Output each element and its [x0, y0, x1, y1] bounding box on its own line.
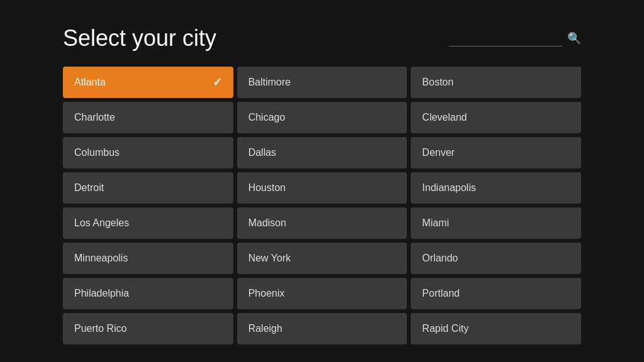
city-label: Boston: [422, 77, 453, 88]
city-item-madison[interactable]: Madison: [237, 207, 408, 239]
city-item-boston[interactable]: Boston: [411, 67, 581, 98]
city-label: Charlotte: [74, 112, 115, 123]
city-label: Detroit: [74, 182, 104, 194]
page-title: Select your city: [63, 25, 216, 52]
city-label: Portland: [422, 288, 460, 299]
search-icon[interactable]: 🔍: [567, 31, 581, 45]
city-label: Phoenix: [248, 288, 285, 299]
city-item-indianapolis[interactable]: Indianapolis: [411, 172, 581, 204]
city-item-raleigh[interactable]: Raleigh: [237, 313, 408, 344]
city-label: Houston: [248, 182, 286, 194]
city-label: Dallas: [248, 147, 276, 158]
city-label: Chicago: [248, 112, 286, 123]
main-container: Select your city 🔍 Atlanta✓BaltimoreBost…: [0, 0, 644, 362]
city-label: Orlando: [422, 253, 458, 264]
city-label: Minneapolis: [74, 253, 128, 264]
city-label: Madison: [248, 217, 286, 229]
city-label: Rapid City: [422, 323, 469, 334]
city-item-charlotte[interactable]: Charlotte: [63, 102, 233, 133]
city-item-new-york[interactable]: New York: [237, 243, 408, 274]
city-item-detroit[interactable]: Detroit: [63, 172, 233, 204]
search-bar: 🔍: [449, 31, 581, 47]
city-label: Miami: [422, 217, 449, 229]
city-item-chicago[interactable]: Chicago: [237, 102, 408, 133]
city-label: Indianapolis: [422, 182, 475, 194]
city-label: Philadelphia: [74, 288, 129, 299]
city-item-orlando[interactable]: Orlando: [411, 243, 581, 274]
city-label: Raleigh: [248, 323, 282, 334]
city-item-miami[interactable]: Miami: [411, 207, 581, 239]
city-item-denver[interactable]: Denver: [411, 137, 581, 168]
city-item-cleveland[interactable]: Cleveland: [411, 102, 581, 133]
city-item-rapid-city[interactable]: Rapid City: [411, 313, 581, 344]
city-label: Atlanta: [74, 77, 106, 88]
city-item-columbus[interactable]: Columbus: [63, 137, 233, 168]
city-item-philadelphia[interactable]: Philadelphia: [63, 278, 233, 309]
city-label: Los Angeles: [74, 217, 129, 229]
city-label: Baltimore: [248, 77, 291, 88]
city-item-los-angeles[interactable]: Los Angeles: [63, 207, 233, 239]
search-input[interactable]: [449, 31, 562, 47]
city-item-phoenix[interactable]: Phoenix: [237, 278, 408, 309]
city-label: Denver: [422, 147, 455, 158]
city-item-houston[interactable]: Houston: [237, 172, 408, 204]
city-item-portland[interactable]: Portland: [411, 278, 581, 309]
city-item-dallas[interactable]: Dallas: [237, 137, 408, 168]
city-item-minneapolis[interactable]: Minneapolis: [63, 243, 233, 274]
city-label: New York: [248, 253, 291, 264]
city-item-atlanta[interactable]: Atlanta✓: [63, 67, 233, 98]
city-grid: Atlanta✓BaltimoreBostonCharlotteChicagoC…: [63, 67, 581, 344]
city-label: Columbus: [74, 147, 119, 158]
city-item-puerto-rico[interactable]: Puerto Rico: [63, 313, 233, 344]
header: Select your city 🔍: [63, 25, 581, 52]
city-item-baltimore[interactable]: Baltimore: [237, 67, 408, 98]
selected-checkmark: ✓: [213, 75, 222, 89]
city-label: Puerto Rico: [74, 323, 127, 334]
city-label: Cleveland: [422, 112, 467, 123]
